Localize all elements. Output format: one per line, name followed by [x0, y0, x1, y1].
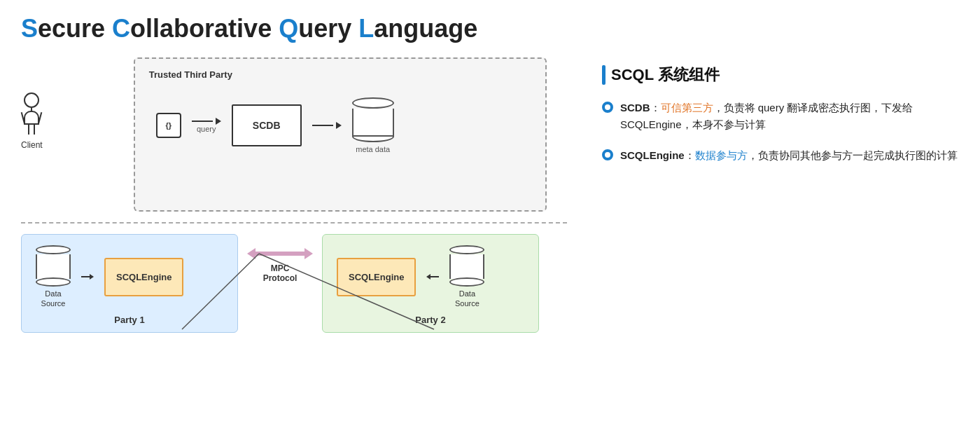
title-q: Q	[279, 14, 298, 43]
p1-db-bottom	[36, 277, 71, 287]
section-title-bar	[602, 65, 606, 85]
bullet-dot-scdb	[602, 102, 613, 113]
p1-arrow-head	[90, 274, 94, 280]
diagram-area: Client Trusted Third Party {} query	[21, 57, 581, 333]
title-s: S	[21, 14, 38, 43]
scdb-box: SCDB	[232, 104, 302, 146]
p1-db-body	[36, 254, 71, 279]
section-title-text: SCQL 系统组件	[611, 64, 720, 85]
separator-line	[21, 222, 567, 224]
bullet-engine: SCQLEngine：数据参与方，负责协同其他参与方一起完成执行图的计算	[602, 147, 959, 164]
pink-arrow-right	[304, 248, 313, 259]
bullet-dot-engine	[602, 149, 613, 160]
page-title: Secure Collaborative Query Language	[21, 14, 959, 43]
client-leg-left	[28, 125, 29, 135]
engine-highlight: 数据参与方	[695, 149, 748, 161]
party1-box: DataSource SCQLEngine Party 1	[21, 234, 238, 333]
trusted-label: Trusted Third Party	[149, 69, 531, 80]
client-icon	[22, 92, 41, 135]
engine-rest: ，负责协同其他参与方一起完成执行图的计算	[748, 149, 958, 161]
bullet-text-engine: SCQLEngine：数据参与方，负责协同其他参与方一起完成执行图的计算	[620, 147, 958, 164]
arrow-line2	[312, 125, 333, 126]
party2-engine: SCQLEngine	[337, 258, 416, 296]
section-title: SCQL 系统组件	[602, 64, 959, 85]
title-l: L	[358, 14, 374, 43]
p1-db-top	[36, 245, 71, 254]
engine-colon: ：	[685, 149, 695, 161]
db-label: meta data	[356, 145, 390, 153]
p2-arrow-head	[426, 274, 430, 280]
party1-label: Party 1	[36, 315, 223, 325]
party2-datasource-label: DataSource	[455, 289, 479, 309]
scdb-meta-arrow	[312, 122, 342, 129]
mpc-label: MPCProtocol	[263, 263, 298, 283]
mpc-area: MPCProtocol	[238, 234, 322, 283]
arrow-head2	[336, 122, 342, 129]
metadata-db: meta data	[352, 97, 394, 153]
client-head	[24, 92, 39, 108]
party2-label: Party 2	[337, 315, 524, 325]
client-legs	[28, 125, 35, 135]
arrow-head	[216, 118, 221, 125]
client-label: Client	[21, 140, 43, 150]
pink-arrow-left	[247, 248, 255, 259]
scdb-name: SCDB	[620, 102, 650, 114]
query-arrow	[192, 118, 221, 125]
engine-name: SCQLEngine	[620, 149, 685, 161]
scdb-colon: ：	[650, 102, 661, 114]
party2-datasource	[449, 245, 484, 287]
db-body	[352, 109, 394, 137]
p1-arrow-line	[81, 276, 90, 277]
p2-db-top	[449, 245, 484, 254]
client-section: Client	[21, 92, 43, 150]
bullet-text-scdb: SCDB：可信第三方，负责将 query 翻译成密态执行图，下发给 SCQLEn…	[620, 99, 959, 133]
party1-datasource	[36, 245, 71, 287]
bullet-scdb: SCDB：可信第三方，负责将 query 翻译成密态执行图，下发给 SCQLEn…	[602, 99, 959, 133]
party2-box: SCQLEngine DataSource	[322, 234, 539, 333]
p2-arrow-line	[430, 276, 439, 277]
client-torso	[24, 111, 39, 125]
mpc-arrow	[247, 248, 313, 259]
p2-ds-arrow	[426, 274, 439, 280]
p2-db-bottom	[449, 277, 484, 287]
arrow-line	[192, 121, 213, 122]
trusted-box: Trusted Third Party {} query SCDB	[134, 57, 547, 212]
party2-inner: SCQLEngine DataSource	[337, 245, 524, 309]
db-top	[352, 97, 394, 109]
p1-ds-arrow	[81, 274, 94, 280]
client-leg-right	[34, 125, 35, 135]
party1-datasource-label: DataSource	[41, 289, 66, 309]
party1-engine: SCQLEngine	[104, 258, 183, 296]
json-icon: {}	[156, 113, 181, 138]
scdb-highlight: 可信第三方	[661, 102, 713, 114]
p2-db-body	[449, 254, 484, 279]
main-layout: Client Trusted Third Party {} query	[21, 57, 959, 333]
title-c: C	[112, 14, 130, 43]
pink-arrow-line	[255, 252, 304, 256]
query-label: query	[197, 125, 216, 133]
party1-inner: DataSource SCQLEngine	[36, 245, 223, 309]
right-panel: SCQL 系统组件 SCDB：可信第三方，负责将 query 翻译成密态执行图，…	[602, 57, 959, 333]
